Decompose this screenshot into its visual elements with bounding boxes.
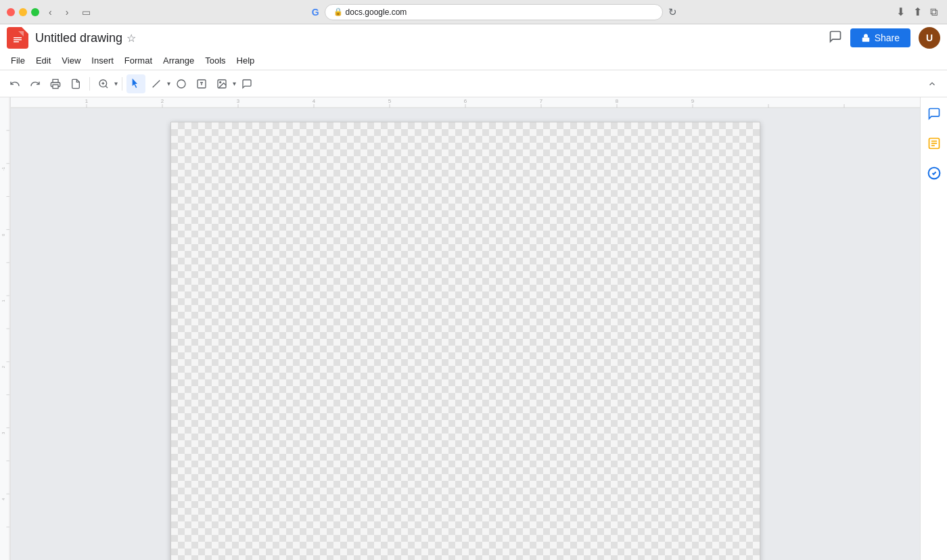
svg-line-8 [106, 86, 108, 88]
zoom-dropdown-arrow: ▾ [114, 80, 118, 87]
canvas-wrapper: 1 2 3 4 5 6 7 8 9 [11, 97, 920, 560]
app-container: Untitled drawing ☆ Share U File Edit Vie… [0, 24, 947, 560]
svg-text:7: 7 [540, 98, 542, 103]
lock-icon: 🔒 [333, 7, 343, 16]
right-panel [920, 97, 947, 560]
image-tool-button[interactable] [212, 74, 231, 93]
google-g-icon: G [312, 7, 319, 18]
menu-bar: File Edit View Insert Format Arrange Too… [0, 51, 947, 70]
svg-point-15 [220, 81, 221, 83]
zoom-button[interactable] [94, 74, 113, 93]
svg-rect-4 [14, 41, 19, 43]
svg-rect-2 [14, 37, 22, 39]
minimize-button[interactable] [19, 8, 27, 16]
paint-format-button[interactable] [66, 74, 85, 93]
line-dropdown-arrow: ▾ [167, 80, 170, 87]
select-tool-button[interactable] [126, 74, 145, 93]
fullscreen-button[interactable] [31, 8, 39, 16]
title-bar: Untitled drawing ☆ Share U [0, 24, 947, 51]
zoom-control[interactable]: ▾ [94, 74, 118, 93]
ruler-top: 1 2 3 4 5 6 7 8 9 [11, 97, 920, 108]
address-bar-container: G 🔒 docs.google.com ↻ [100, 4, 888, 20]
tab-manage-icon[interactable]: ⧉ [927, 3, 940, 21]
user-avatar[interactable]: U [919, 27, 940, 49]
line-tool-group: ▾ [147, 74, 170, 93]
toolbar-right [923, 74, 942, 93]
redo-button[interactable] [26, 74, 45, 93]
svg-text:3: 3 [1, 432, 5, 434]
notes-panel-button[interactable] [923, 133, 945, 154]
forward-button[interactable]: › [62, 4, 73, 20]
svg-text:1: 1 [1, 300, 5, 302]
comment-tool-button[interactable] [237, 74, 256, 93]
textbox-tool-group [192, 74, 211, 93]
traffic-lights [7, 8, 39, 16]
svg-text:6: 6 [464, 98, 467, 103]
menu-help[interactable]: Help [231, 53, 260, 68]
svg-text:1: 1 [85, 98, 88, 103]
collapse-toolbar-button[interactable] [923, 74, 942, 93]
shape-tool-button[interactable] [172, 74, 191, 93]
textbox-tool-button[interactable] [192, 74, 211, 93]
menu-arrange[interactable]: Arrange [158, 53, 200, 68]
browser-actions: ⬇ ⬆ ⧉ [894, 3, 940, 21]
comments-button[interactable] [829, 30, 842, 47]
svg-text:9: 9 [691, 98, 694, 103]
toolbar: ▾ ▾ [0, 70, 947, 97]
title-bar-actions: Share U [829, 27, 940, 49]
window-toggle-button[interactable]: ▭ [78, 4, 95, 20]
reload-button[interactable]: ↻ [668, 6, 677, 18]
svg-text:8: 8 [616, 98, 618, 103]
menu-edit[interactable]: Edit [30, 53, 56, 68]
close-button[interactable] [7, 8, 15, 16]
svg-text:0: 0 [1, 234, 5, 236]
back-button[interactable]: ‹ [45, 4, 56, 20]
separator-2 [122, 77, 122, 91]
ruler-left: -1 0 1 2 3 4 [0, 97, 11, 560]
share-label: Share [875, 32, 900, 43]
main-area: -1 0 1 2 3 4 [0, 97, 947, 560]
separator-1 [89, 77, 90, 91]
svg-text:2: 2 [161, 98, 164, 103]
menu-file[interactable]: File [5, 53, 30, 68]
svg-line-11 [153, 80, 160, 87]
svg-text:2: 2 [1, 366, 5, 368]
drawing-canvas[interactable] [11, 108, 920, 560]
canvas-page[interactable] [170, 122, 760, 560]
chat-panel-button[interactable] [923, 103, 945, 124]
svg-text:4: 4 [313, 98, 315, 103]
browser-chrome: ‹ › ▭ G 🔒 docs.google.com ↻ ⬇ ⬆ ⧉ [0, 0, 947, 24]
menu-format[interactable]: Format [119, 53, 158, 68]
svg-point-12 [177, 80, 185, 88]
star-icon[interactable]: ☆ [126, 32, 136, 45]
svg-rect-5 [862, 37, 869, 41]
menu-insert[interactable]: Insert [86, 53, 119, 68]
svg-rect-3 [14, 39, 22, 41]
image-dropdown-arrow: ▾ [233, 80, 236, 87]
url-text: docs.google.com [346, 7, 407, 17]
svg-rect-6 [53, 85, 58, 88]
svg-text:5: 5 [388, 98, 391, 103]
svg-text:-1: -1 [1, 167, 5, 170]
tasks-panel-button[interactable] [923, 162, 945, 184]
svg-text:3: 3 [237, 98, 239, 103]
undo-button[interactable] [5, 74, 24, 93]
line-tool-button[interactable] [147, 74, 166, 93]
print-button[interactable] [46, 74, 65, 93]
share-button[interactable]: Share [850, 28, 910, 47]
address-bar[interactable]: 🔒 docs.google.com [325, 4, 663, 20]
app-logo [7, 27, 28, 49]
menu-view[interactable]: View [56, 53, 86, 68]
download-icon[interactable]: ⬇ [894, 3, 908, 21]
share-page-icon[interactable]: ⬆ [910, 3, 925, 21]
menu-tools[interactable]: Tools [200, 53, 231, 68]
image-tool-group: ▾ [212, 74, 236, 93]
doc-title[interactable]: Untitled drawing [35, 31, 122, 45]
